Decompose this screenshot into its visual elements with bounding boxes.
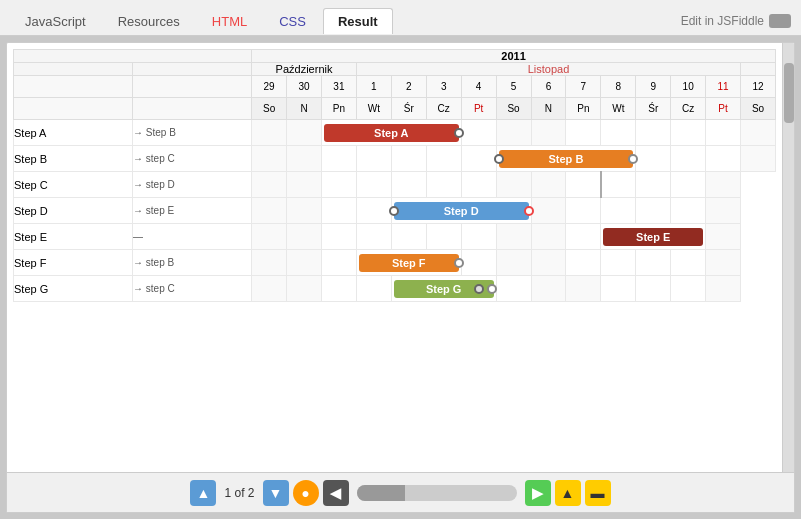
month-oct-label: Październik (252, 63, 357, 76)
step-c-name: Step C (14, 172, 133, 198)
step-b-name: Step B (14, 146, 133, 172)
connector-dot-g1 (474, 284, 484, 294)
tab-result[interactable]: Result (323, 8, 393, 34)
step-f-name: Step F (14, 250, 133, 276)
page-info: 1 of 2 (220, 486, 258, 500)
connector-dot-a (454, 128, 464, 138)
row-step-c: Step C → step D (14, 172, 776, 198)
scrollbar-thumb[interactable] (784, 63, 794, 123)
year-label: 2011 (252, 50, 776, 63)
step-g-dep: → step C (133, 276, 252, 302)
step-g-name: Step G (14, 276, 133, 302)
step-e-dep: — (133, 224, 252, 250)
connector-dot-f-right (454, 258, 464, 268)
tab-resources[interactable]: Resources (103, 8, 195, 34)
progress-bar[interactable] (357, 485, 517, 501)
weekdays-row: So N Pn Wt Śr Cz Pt So N Pn Wt Śr (14, 98, 776, 120)
tab-javascript[interactable]: JavaScript (10, 8, 101, 34)
step-d-dep: → step E (133, 198, 252, 224)
step-f-dep: → step B (133, 250, 252, 276)
of-label: of 2 (235, 486, 255, 500)
row-step-e: Step E — (14, 224, 776, 250)
day-numbers-row: 29 30 31 1 2 3 4 5 6 7 8 9 10 (14, 76, 776, 98)
step-e-name: Step E (14, 224, 133, 250)
nav-down-button[interactable]: ▼ (263, 480, 289, 506)
scrollbar-track[interactable] (782, 43, 794, 472)
bar-step-f: Step F (359, 254, 459, 272)
zoom-in-button[interactable]: ▲ (555, 480, 581, 506)
row-step-b: Step B → step C (14, 146, 776, 172)
content-area: 2011 Październik Listopad (6, 42, 795, 513)
step-d-name: Step D (14, 198, 133, 224)
refresh-button[interactable]: ● (293, 480, 319, 506)
row-step-g: Step G → step C Step G (14, 276, 776, 302)
tab-bar: JavaScript Resources HTML CSS Result Edi… (0, 0, 801, 36)
connector-dot-b-left (494, 154, 504, 164)
connector-dot-b-right (628, 154, 638, 164)
connector-dot-g2 (487, 284, 497, 294)
zoom-out-button[interactable]: ▬ (585, 480, 611, 506)
step-a-dep: → Step B (133, 120, 252, 146)
bar-step-d: Step D (394, 202, 529, 220)
bar-step-g: Step G (394, 280, 494, 298)
step-c-dep: → step D (133, 172, 252, 198)
jsfiddle-icon (769, 14, 791, 28)
tab-html[interactable]: HTML (197, 8, 262, 34)
bar-step-a: Step A (324, 124, 459, 142)
step-b-dep: → step C (133, 146, 252, 172)
nav-up-button[interactable]: ▲ (190, 480, 216, 506)
bar-step-e: Step E (603, 228, 703, 246)
month-nov-label: Listopad (356, 63, 740, 76)
bar-step-b: Step B (499, 150, 634, 168)
nav-left-button[interactable]: ◀ (323, 480, 349, 506)
month-header-row: Październik Listopad (14, 63, 776, 76)
bottom-controls: ▲ 1 of 2 ▼ ● ◀ ▶ ▲ ▬ (7, 472, 794, 512)
row-step-f: Step F → step B Step F (14, 250, 776, 276)
step-a-name: Step A (14, 120, 133, 146)
connector-dot-d-right (524, 206, 534, 216)
tab-css[interactable]: CSS (264, 8, 321, 34)
gantt-table: 2011 Październik Listopad (13, 49, 776, 302)
year-header-row: 2011 (14, 50, 776, 63)
row-step-d: Step D → step E Step D (14, 198, 776, 224)
main-container: JavaScript Resources HTML CSS Result Edi… (0, 0, 801, 519)
connector-dot-d-left (389, 206, 399, 216)
edit-jsfiddle-link[interactable]: Edit in JSFiddle (681, 14, 791, 28)
edit-jsfiddle-label: Edit in JSFiddle (681, 14, 764, 28)
progress-bar-fill (357, 485, 405, 501)
row-step-a: Step A → Step B Step A (14, 120, 776, 146)
nav-right-button[interactable]: ▶ (525, 480, 551, 506)
